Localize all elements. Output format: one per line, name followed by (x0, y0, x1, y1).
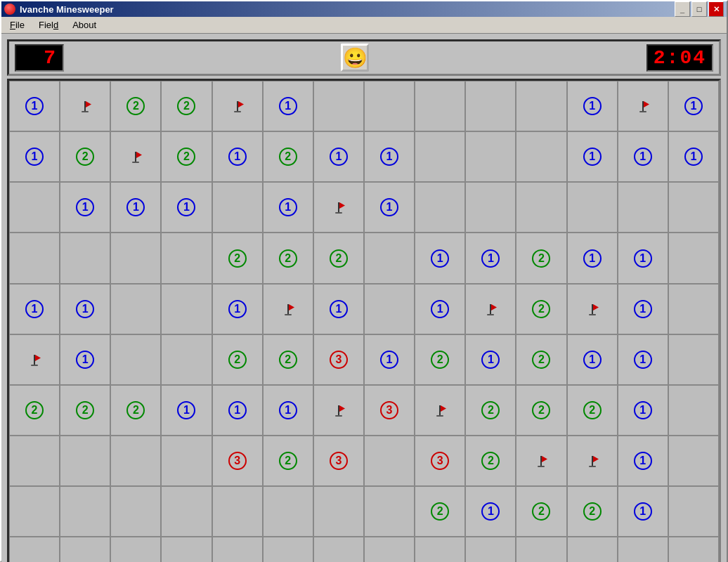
table-row[interactable]: 1 (60, 284, 110, 334)
table-row[interactable] (516, 537, 566, 562)
table-row[interactable] (364, 436, 415, 486)
table-row[interactable]: 1 (618, 131, 668, 182)
table-row[interactable]: 1 (60, 334, 110, 385)
table-row[interactable]: 3 (313, 334, 364, 385)
table-row[interactable] (313, 537, 364, 562)
table-row[interactable] (516, 182, 566, 233)
table-row[interactable] (668, 182, 719, 233)
table-row[interactable] (161, 436, 212, 486)
table-row[interactable] (364, 486, 415, 537)
table-row[interactable]: 1 (618, 233, 668, 283)
table-row[interactable]: 1 (668, 131, 719, 182)
table-row[interactable]: 1 (212, 385, 263, 436)
table-row[interactable]: 1 (364, 182, 415, 233)
table-row[interactable] (110, 284, 161, 334)
table-row[interactable]: 2 (567, 385, 618, 436)
table-row[interactable]: 2 (263, 436, 313, 486)
table-row[interactable]: 2 (161, 81, 212, 131)
table-row[interactable]: 1 (313, 284, 364, 334)
table-row[interactable] (668, 385, 719, 436)
table-row[interactable]: 3 (212, 436, 263, 486)
table-row[interactable] (668, 284, 719, 334)
table-row[interactable] (618, 537, 668, 562)
table-row[interactable] (60, 436, 110, 486)
table-row[interactable] (60, 233, 110, 283)
table-row[interactable] (263, 486, 313, 537)
table-row[interactable] (668, 537, 719, 562)
table-row[interactable]: 2 (263, 334, 313, 385)
table-row[interactable]: 1 (212, 131, 263, 182)
table-row[interactable] (161, 233, 212, 283)
table-row[interactable]: 1 (9, 131, 60, 182)
menu-field[interactable]: Field (33, 18, 64, 32)
table-row[interactable] (263, 537, 313, 562)
table-row[interactable] (364, 233, 415, 283)
table-row[interactable]: 3 (415, 436, 465, 486)
table-row[interactable]: 1 (364, 334, 415, 385)
table-row[interactable]: 1 (618, 284, 668, 334)
table-row[interactable] (161, 486, 212, 537)
table-row[interactable] (668, 436, 719, 486)
table-row[interactable] (567, 436, 618, 486)
table-row[interactable]: 2 (516, 284, 566, 334)
table-row[interactable]: 1 (9, 284, 60, 334)
table-row[interactable] (313, 385, 364, 436)
table-row[interactable]: 1 (415, 284, 465, 334)
table-row[interactable]: 1 (668, 81, 719, 131)
table-row[interactable] (110, 486, 161, 537)
table-row[interactable] (9, 436, 60, 486)
table-row[interactable]: 2 (415, 486, 465, 537)
table-row[interactable] (415, 537, 465, 562)
table-row[interactable]: 1 (263, 182, 313, 233)
table-row[interactable] (567, 182, 618, 233)
table-row[interactable] (60, 537, 110, 562)
table-row[interactable] (618, 182, 668, 233)
table-row[interactable] (465, 81, 516, 131)
table-row[interactable]: 1 (465, 486, 516, 537)
table-row[interactable] (364, 284, 415, 334)
close-button[interactable]: ✕ (708, 1, 724, 17)
table-row[interactable]: 1 (110, 182, 161, 233)
table-row[interactable]: 2 (465, 385, 516, 436)
table-row[interactable]: 1 (263, 385, 313, 436)
table-row[interactable]: 2 (415, 334, 465, 385)
table-row[interactable]: 2 (263, 233, 313, 283)
table-row[interactable]: 2 (263, 131, 313, 182)
table-row[interactable] (465, 537, 516, 562)
table-row[interactable]: 1 (618, 334, 668, 385)
table-row[interactable]: 1 (263, 81, 313, 131)
table-row[interactable] (313, 486, 364, 537)
table-row[interactable]: 1 (567, 81, 618, 131)
table-row[interactable]: 2 (9, 385, 60, 436)
table-row[interactable] (567, 537, 618, 562)
table-row[interactable]: 3 (364, 385, 415, 436)
table-row[interactable] (9, 537, 60, 562)
table-row[interactable]: 1 (60, 182, 110, 233)
table-row[interactable] (516, 81, 566, 131)
table-row[interactable] (618, 81, 668, 131)
table-row[interactable] (110, 233, 161, 283)
table-row[interactable] (212, 81, 263, 131)
table-row[interactable] (212, 182, 263, 233)
table-row[interactable]: 2 (516, 385, 566, 436)
table-row[interactable] (415, 131, 465, 182)
table-row[interactable]: 3 (313, 436, 364, 486)
table-row[interactable]: 1 (567, 334, 618, 385)
table-row[interactable] (465, 284, 516, 334)
table-row[interactable] (9, 233, 60, 283)
table-row[interactable]: 2 (212, 233, 263, 283)
table-row[interactable] (516, 436, 566, 486)
table-row[interactable]: 2 (212, 334, 263, 385)
table-row[interactable] (9, 182, 60, 233)
table-row[interactable] (364, 537, 415, 562)
table-row[interactable]: 1 (161, 385, 212, 436)
table-row[interactable] (415, 385, 465, 436)
table-row[interactable] (110, 131, 161, 182)
table-row[interactable] (110, 436, 161, 486)
table-row[interactable] (161, 284, 212, 334)
table-row[interactable]: 1 (465, 334, 516, 385)
table-row[interactable] (465, 131, 516, 182)
table-row[interactable] (668, 334, 719, 385)
table-row[interactable]: 2 (516, 486, 566, 537)
table-row[interactable]: 2 (516, 233, 566, 283)
